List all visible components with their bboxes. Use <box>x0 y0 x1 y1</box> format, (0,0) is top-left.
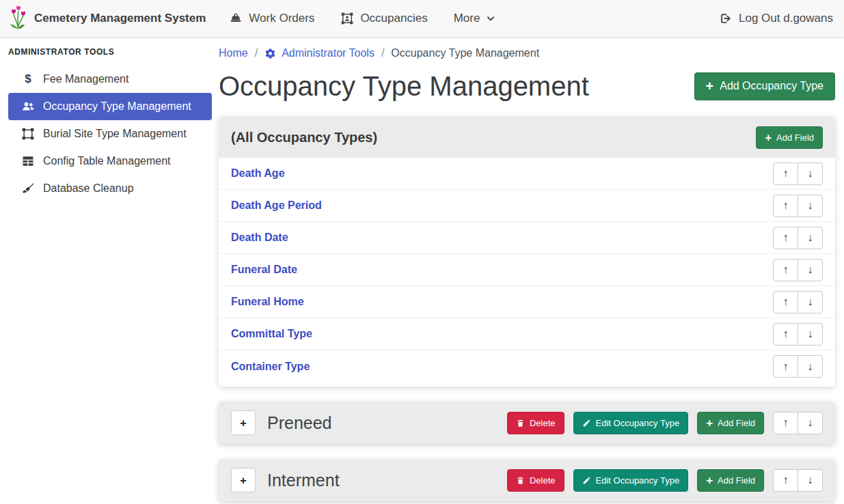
nav-item-occupancies[interactable]: Occupancies <box>340 12 427 25</box>
field-link-death-age-period[interactable]: Death Age Period <box>231 199 322 212</box>
section-actions: Delete Edit Occupancy Type + Add Field ↑ <box>507 469 823 492</box>
field-row: Container Type ↑ ↓ <box>219 350 835 382</box>
move-up-button[interactable]: ↑ <box>773 355 798 378</box>
field-row: Death Age Period ↑ ↓ <box>219 190 835 222</box>
field-link-death-date[interactable]: Death Date <box>231 232 288 244</box>
main-content: Home / Administrator Tools / Occupancy T… <box>219 38 844 504</box>
plus-icon: + <box>240 417 247 429</box>
up-arrow-icon: ↑ <box>783 264 789 275</box>
tulip-logo-icon <box>8 5 27 32</box>
move-up-button[interactable]: ↑ <box>773 227 798 249</box>
sidebar-item-label: Fee Management <box>43 73 128 85</box>
section-title: Interment <box>267 471 340 490</box>
add-occupancy-type-label: Add Occupancy Type <box>720 80 823 92</box>
broom-icon <box>21 182 36 195</box>
sidebar-item-label: Config Table Management <box>43 155 171 167</box>
field-row: Committal Type ↑ ↓ <box>219 318 835 350</box>
add-field-button[interactable]: + Add Field <box>697 469 764 492</box>
move-down-button[interactable]: ↓ <box>798 291 823 313</box>
up-arrow-icon: ↑ <box>783 475 789 486</box>
chevron-down-icon <box>486 14 495 23</box>
reorder-controls: ↑ ↓ <box>773 355 823 378</box>
field-link-funeral-date[interactable]: Funeral Date <box>231 264 297 276</box>
sidebar-item-occupancy-type-management[interactable]: Occupancy Type Management <box>8 93 212 120</box>
breadcrumb-admin-tools-link[interactable]: Administrator Tools <box>264 47 375 59</box>
breadcrumb-admin-tools-label: Administrator Tools <box>282 47 375 59</box>
plus-icon: + <box>240 475 247 486</box>
delete-button[interactable]: Delete <box>507 469 564 492</box>
section-interment: + Interment Delete Edit Occupancy T <box>219 459 835 501</box>
sidebar-item-config-table-management[interactable]: Config Table Management <box>8 148 212 175</box>
field-link-funeral-home[interactable]: Funeral Home <box>231 296 304 308</box>
edit-occupancy-type-button[interactable]: Edit Occupancy Type <box>573 412 689 434</box>
page-title: Occupancy Type Management <box>219 70 589 102</box>
reorder-controls: ↑ ↓ <box>773 469 823 492</box>
reorder-controls: ↑ ↓ <box>773 412 823 434</box>
app-root: Cemetery Management System Work Orders <box>0 0 844 504</box>
logout-button[interactable]: Log Out d.gowans <box>718 12 833 25</box>
field-row: Funeral Home ↑ ↓ <box>219 286 835 318</box>
field-link-container-type[interactable]: Container Type <box>231 361 310 373</box>
delete-button[interactable]: Delete <box>507 412 564 434</box>
move-up-button[interactable]: ↑ <box>773 163 798 185</box>
move-up-button[interactable]: ↑ <box>773 412 798 434</box>
add-field-button[interactable]: + Add Field <box>756 126 823 149</box>
occupancy-frame-icon <box>340 12 354 25</box>
sidebar-item-label: Occupancy Type Management <box>43 100 191 113</box>
brand[interactable]: Cemetery Management System <box>8 5 206 32</box>
users-icon <box>21 100 36 113</box>
gear-icon <box>264 48 276 59</box>
breadcrumb-home-link[interactable]: Home <box>219 47 248 59</box>
dollar-icon: $ <box>21 72 36 86</box>
down-arrow-icon: ↓ <box>808 475 813 486</box>
move-up-button[interactable]: ↑ <box>773 291 798 313</box>
reorder-controls: ↑ ↓ <box>773 323 823 346</box>
move-down-button[interactable]: ↓ <box>798 259 823 281</box>
add-occupancy-type-button[interactable]: + Add Occupancy Type <box>694 72 835 100</box>
field-link-committal-type[interactable]: Committal Type <box>231 328 312 340</box>
all-occupancy-types-card: (All Occupancy Types) + Add Field Death … <box>219 117 835 387</box>
move-up-button[interactable]: ↑ <box>773 195 798 217</box>
down-arrow-icon: ↓ <box>808 328 813 339</box>
pencil-icon <box>582 419 591 428</box>
plus-icon: + <box>706 475 713 486</box>
move-down-button[interactable]: ↓ <box>798 323 823 346</box>
down-arrow-icon: ↓ <box>808 232 813 243</box>
sidebar-item-database-cleanup[interactable]: Database Cleanup <box>8 175 212 202</box>
add-field-button[interactable]: + Add Field <box>697 412 764 434</box>
nav-item-more[interactable]: More <box>454 12 496 25</box>
move-down-button[interactable]: ↓ <box>798 227 823 249</box>
nav-item-label: Work Orders <box>249 12 314 25</box>
move-up-button[interactable]: ↑ <box>773 323 798 346</box>
move-down-button[interactable]: ↓ <box>798 412 823 434</box>
edit-occupancy-type-button[interactable]: Edit Occupancy Type <box>573 469 689 492</box>
expand-button[interactable]: + <box>231 468 256 492</box>
move-down-button[interactable]: ↓ <box>798 469 823 492</box>
page-header: Occupancy Type Management + Add Occupanc… <box>219 70 835 102</box>
nav-item-label: Occupancies <box>360 12 427 25</box>
plus-icon: + <box>765 132 772 143</box>
up-arrow-icon: ↑ <box>783 417 789 428</box>
logout-label: Log Out d.gowans <box>739 12 833 25</box>
down-arrow-icon: ↓ <box>808 361 813 372</box>
all-types-card-title: (All Occupancy Types) <box>231 130 377 145</box>
pencil-icon <box>582 476 591 485</box>
up-arrow-icon: ↑ <box>783 328 789 339</box>
page-layout: Administrator Tools $ Fee Management Occ… <box>0 38 844 504</box>
up-arrow-icon: ↑ <box>783 361 789 372</box>
nav-item-work-orders[interactable]: Work Orders <box>229 12 314 25</box>
breadcrumb-separator: / <box>381 47 384 59</box>
field-link-death-age[interactable]: Death Age <box>231 167 285 180</box>
move-up-button[interactable]: ↑ <box>773 259 798 281</box>
move-down-button[interactable]: ↓ <box>798 195 823 217</box>
navbar-links: Work Orders Occupancies M <box>229 12 495 25</box>
field-row: Funeral Date ↑ ↓ <box>219 254 835 286</box>
sidebar-item-label: Burial Site Type Management <box>43 128 187 140</box>
expand-button[interactable]: + <box>231 410 256 435</box>
move-up-button[interactable]: ↑ <box>773 469 798 492</box>
move-down-button[interactable]: ↓ <box>798 355 823 378</box>
move-down-button[interactable]: ↓ <box>798 163 823 185</box>
plus-icon: + <box>706 417 713 429</box>
sidebar-item-fee-management[interactable]: $ Fee Management <box>8 66 212 93</box>
sidebar-item-burial-site-type-management[interactable]: Burial Site Type Management <box>8 120 212 148</box>
